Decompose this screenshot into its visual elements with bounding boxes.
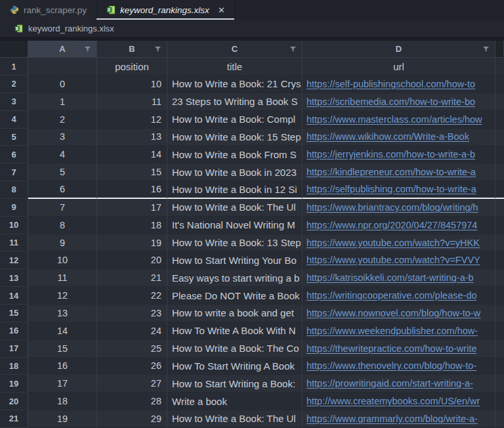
url-link[interactable]: https://scribemedia.com/how-to-write-bo <box>306 96 475 107</box>
cell-title[interactable]: How to Write a Book in 12 Si <box>167 181 303 199</box>
cell-empty[interactable] <box>495 358 504 375</box>
tab-keyword-rankings[interactable]: keyword_rankings.xlsx ✕ <box>96 0 235 20</box>
cell-index[interactable]: 18 <box>28 393 97 410</box>
row-number[interactable]: 15 <box>0 305 28 322</box>
url-link[interactable]: https://www.grammarly.com/blog/write-a- <box>306 414 478 424</box>
cell-index[interactable]: 5 <box>28 163 97 181</box>
cell-position[interactable]: 22 <box>97 287 167 305</box>
cell-url[interactable]: https://selfpublishing.com/how-to-write-… <box>303 181 495 199</box>
cell-empty[interactable] <box>495 251 504 269</box>
url-link[interactable]: https://thewritepractice.com/how-to-writ… <box>306 343 476 354</box>
cell-url[interactable]: https://www.weekendpublisher.com/how- <box>303 322 495 340</box>
cell-empty[interactable] <box>495 269 504 287</box>
cell-index[interactable]: 7 <box>28 199 97 217</box>
cell-empty[interactable] <box>495 410 504 428</box>
cell-index[interactable]: 0 <box>28 75 97 93</box>
row-number[interactable]: 13 <box>0 269 28 287</box>
cell-empty[interactable] <box>495 75 504 93</box>
cell-index[interactable]: 9 <box>28 234 97 252</box>
url-link[interactable]: https://www.weekendpublisher.com/how- <box>306 326 478 336</box>
cell-position[interactable]: 15 <box>97 163 167 181</box>
cell-title[interactable]: How to Write a Book: The Ul <box>167 199 303 217</box>
cell-position[interactable]: 23 <box>97 305 167 322</box>
url-link[interactable]: https://www.youtube.com/watch?v=FVVY <box>306 255 480 265</box>
cell-url[interactable]: https://kindlepreneur.com/how-to-write-a <box>303 163 495 181</box>
cell-url[interactable]: https://scribemedia.com/how-to-write-bo <box>303 93 495 111</box>
row-number[interactable]: 5 <box>0 129 28 146</box>
url-link[interactable]: https://www.wikihow.com/Write-a-Book <box>306 131 469 142</box>
row-number[interactable]: 10 <box>0 217 28 234</box>
cell-index[interactable]: 16 <box>28 358 97 375</box>
cell-empty[interactable] <box>495 111 504 129</box>
cell-title[interactable]: How to Write a Book: The Ul <box>167 410 303 428</box>
cell-title[interactable]: Please Do NOT Write a Book <box>167 287 303 305</box>
filter-funnel-icon[interactable] <box>155 46 161 52</box>
cell-position[interactable]: 18 <box>97 217 167 234</box>
cell-index[interactable]: 19 <box>28 410 97 428</box>
cell-title[interactable]: How to Write a Book From S <box>167 146 303 163</box>
url-link[interactable]: https://jerryjenkins.com/how-to-write-a-… <box>306 149 475 160</box>
cell-title[interactable]: How to Start Writing a Book: <box>167 375 303 393</box>
cell-index[interactable]: 4 <box>28 146 97 163</box>
cell-url[interactable]: https://www.nownovel.com/blog/how-to-w <box>303 305 495 322</box>
cell-empty[interactable] <box>495 234 504 252</box>
cell-index[interactable]: 3 <box>28 129 97 146</box>
cell-empty[interactable] <box>495 181 504 199</box>
cell-c1-title-header[interactable]: title <box>167 58 303 75</box>
cell-position[interactable]: 16 <box>97 181 167 199</box>
url-link[interactable]: https://self-publishingschool.com/how-to <box>306 79 475 89</box>
row-number[interactable]: 7 <box>0 163 28 181</box>
breadcrumb[interactable]: keyword_rankings.xlsx <box>0 20 504 37</box>
row-number[interactable]: 12 <box>0 251 28 269</box>
cell-url[interactable]: https://prowritingaid.com/start-writing-… <box>303 375 495 393</box>
close-icon[interactable]: ✕ <box>218 6 225 14</box>
filter-funnel-icon[interactable] <box>483 46 489 52</box>
cell-index[interactable]: 1 <box>28 93 97 111</box>
cell-index[interactable]: 8 <box>28 217 97 234</box>
row-number[interactable]: 6 <box>0 146 28 163</box>
cell-position[interactable]: 25 <box>97 340 167 358</box>
cell-url[interactable]: https://www.briantracy.com/blog/writing/… <box>303 199 495 217</box>
cell-title[interactable]: How to Write a Book in 2023 <box>167 163 303 181</box>
cell-url[interactable]: https://www.grammarly.com/blog/write-a- <box>303 410 495 428</box>
cell-url[interactable]: https://jerryjenkins.com/how-to-write-a-… <box>303 146 495 163</box>
cell-empty[interactable] <box>495 163 504 181</box>
url-link[interactable]: https://writingcooperative.com/please-do <box>306 290 477 301</box>
cell-d1-url-header[interactable]: url <box>303 58 495 75</box>
cell-empty[interactable] <box>495 287 504 305</box>
row-number[interactable]: 21 <box>0 410 28 428</box>
tab-rank-scraper[interactable]: rank_scraper.py <box>0 0 96 20</box>
filter-funnel-icon[interactable] <box>290 46 296 52</box>
url-link[interactable]: https://selfpublishing.com/how-to-write-… <box>306 184 476 194</box>
cell-title[interactable]: How to Write a Book: 21 Crys <box>167 75 303 93</box>
cell-empty[interactable] <box>495 340 504 358</box>
cell-position[interactable]: 24 <box>97 322 167 340</box>
cell-url[interactable]: https://self-publishingschool.com/how-to <box>303 75 495 93</box>
column-header-a[interactable]: A <box>28 41 97 58</box>
url-link[interactable]: http://www.createmybooks.com/US/en/wr <box>306 396 480 406</box>
url-link[interactable]: https://www.briantracy.com/blog/writing/… <box>306 202 478 213</box>
cell-url[interactable]: http://www.createmybooks.com/US/en/wr <box>303 393 495 410</box>
cell-index[interactable]: 15 <box>28 340 97 358</box>
cell-position[interactable]: 14 <box>97 146 167 163</box>
cell-position[interactable]: 12 <box>97 111 167 129</box>
cell-index[interactable]: 13 <box>28 305 97 322</box>
cell-index[interactable]: 11 <box>28 269 97 287</box>
corner-cell[interactable] <box>0 41 28 58</box>
cell-position[interactable]: 19 <box>97 234 167 252</box>
cell-index[interactable]: 6 <box>28 181 97 199</box>
cell-url[interactable]: https://www.youtube.com/watch?v=yHKK <box>303 234 495 252</box>
cell-index[interactable]: 10 <box>28 251 97 269</box>
cell-title[interactable]: How to Start Writing Your Bo <box>167 251 303 269</box>
column-header-c[interactable]: C <box>167 41 303 58</box>
cell-position[interactable]: 11 <box>97 93 167 111</box>
cell-position[interactable]: 13 <box>97 129 167 146</box>
cell-empty[interactable] <box>495 58 504 75</box>
cell-url[interactable]: https://www.npr.org/2020/04/27/8457974 <box>303 217 495 234</box>
url-link[interactable]: https://www.nownovel.com/blog/how-to-w <box>306 308 480 318</box>
cell-title[interactable]: It's National Novel Writing M <box>167 217 303 234</box>
url-link[interactable]: https://kindlepreneur.com/how-to-write-a <box>306 167 476 177</box>
cell-empty[interactable] <box>495 393 504 410</box>
row-number[interactable]: 16 <box>0 322 28 340</box>
cell-title[interactable]: How to write a book and get <box>167 305 303 322</box>
